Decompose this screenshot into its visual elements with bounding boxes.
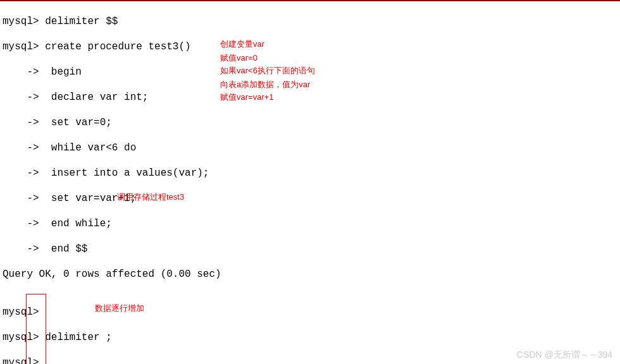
watermark: CSDN @无所谓～～394 — [517, 349, 612, 361]
annotation-while: 如果var<6执行下面的语句 — [220, 66, 315, 76]
terminal-output: mysql> delimiter $$ mysql> create proced… — [0, 1, 620, 364]
code-line: mysql> create procedure test3() — [3, 40, 617, 53]
annotation-declare: 创建变量var — [220, 39, 264, 49]
annotation-set0: 赋值var=0 — [220, 53, 257, 63]
code-line: -> end $$ — [3, 243, 617, 255]
annotation-insert: 向表a添加数据，值为var — [220, 80, 310, 90]
code-line: -> insert into a values(var); — [3, 167, 617, 179]
annotation-call: 调用存储过程test3 — [117, 192, 184, 202]
annotation-setplus: 赋值var=var+1 — [220, 92, 274, 102]
code-line: Query OK, 0 rows affected (0.00 sec) — [3, 268, 617, 281]
annotation-data: 数据逐行增加 — [95, 303, 144, 313]
code-line: -> declare var int; — [3, 91, 617, 104]
code-line: -> set var=0; — [3, 116, 617, 129]
code-line: -> end while; — [3, 217, 617, 230]
code-line: mysql> delimiter ; — [3, 331, 617, 344]
code-line: -> while var<6 do — [3, 142, 617, 154]
code-line: mysql> delimiter $$ — [3, 15, 617, 28]
code-line: -> set var=var+1; — [3, 192, 617, 205]
